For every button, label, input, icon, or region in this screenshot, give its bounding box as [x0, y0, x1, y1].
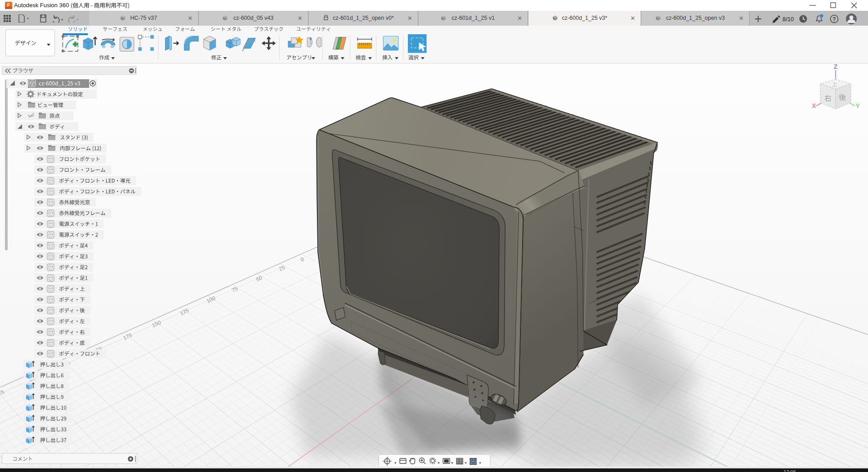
svg-text:?: ?	[832, 16, 836, 23]
svg-text:8/10: 8/10	[782, 16, 794, 23]
svg-text:F: F	[7, 3, 10, 8]
